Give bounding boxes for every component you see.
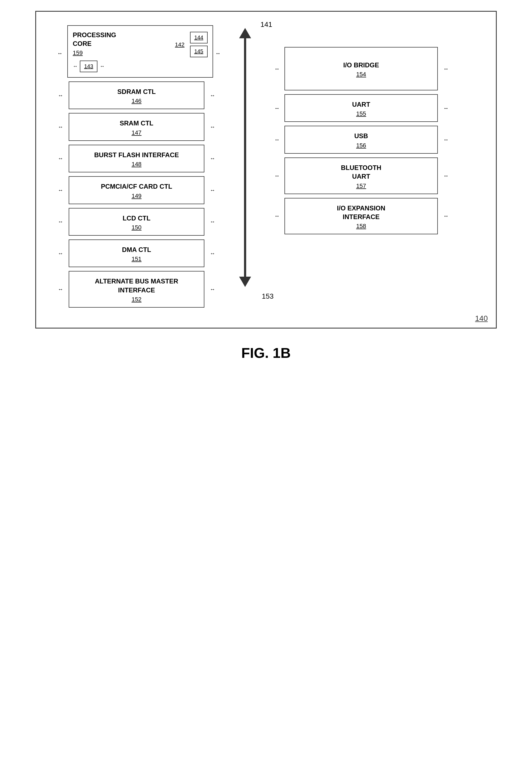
io-exp-right-arrow: ↔	[438, 213, 454, 219]
usb-right-arrow: ↔	[438, 136, 454, 143]
dma-ctl-name: DMA CTL	[73, 245, 200, 254]
sram-right-arrow: ↔	[205, 124, 221, 130]
pcmcia-row: ↔ PCMCIA/CF CARD CTL 149 ↔	[52, 176, 221, 204]
sram-ctl-ref: 147	[73, 129, 200, 136]
bluetooth-ref: 157	[289, 183, 433, 189]
alt-bus-name: ALTERNATE BUS MASTERINTERFACE	[73, 277, 200, 294]
burst-right-arrow: ↔	[205, 155, 221, 161]
io-bridge-ref: 154	[289, 71, 433, 78]
alt-bus-ref: 152	[73, 296, 200, 303]
io-bridge-box: I/O BRIDGE 154	[284, 47, 438, 90]
right-column: ↔ I/O BRIDGE 154 ↔ ↔ UART 155 ↔ ↔ USB	[270, 25, 454, 311]
pcmcia-box: PCMCIA/CF CARD CTL 149	[69, 176, 205, 204]
sdram-ctl-row: ↔ SDRAM CTL 146 ↔	[52, 82, 221, 109]
uart-row: ↔ UART 155 ↔	[270, 94, 454, 122]
altbus-right-arrow: ↔	[205, 286, 221, 292]
pcmcia-right-arrow: ↔	[205, 187, 221, 193]
bus-label-153: 153	[262, 292, 274, 301]
box-145: 145	[190, 45, 208, 57]
dma-ctl-ref: 151	[73, 255, 200, 262]
dma-left-arrow: ↔	[52, 250, 69, 257]
lcd-ctl-ref: 150	[73, 224, 200, 231]
altbus-left-arrow: ↔	[52, 286, 69, 292]
proc-left-ext-arrow: ↔	[52, 50, 67, 57]
uart-left-arrow: ↔	[270, 105, 284, 111]
full-layout: ↔ PROCESSINGCORE 159 142 144 145	[52, 25, 480, 311]
io-bridge-left-arrow: ↔	[270, 66, 284, 72]
usb-left-arrow: ↔	[270, 136, 284, 143]
sram-ctl-row: ↔ SRAM CTL 147 ↔	[52, 113, 221, 140]
bt-left-arrow: ↔	[270, 173, 284, 179]
lcd-ctl-row: ↔ LCD CTL 150 ↔	[52, 208, 221, 236]
proc-core-title: PROCESSINGCORE	[73, 31, 116, 48]
proc-inner-left-arrow: ↔	[73, 64, 77, 69]
proc-inner-right-arrow: ↔	[100, 64, 104, 69]
bt-right-arrow: ↔	[438, 173, 454, 179]
dma-right-arrow: ↔	[205, 250, 221, 257]
figure-label: FIG. 1B	[241, 345, 291, 361]
io-exp-left-arrow: ↔	[270, 213, 284, 219]
proc-right-arrow-icon: ↔	[215, 50, 221, 56]
io-expansion-box: I/O EXPANSIONINTERFACE 158	[284, 198, 438, 234]
alt-bus-row: ↔ ALTERNATE BUS MASTERINTERFACE 152 ↔	[52, 271, 221, 308]
uart-right-arrow: ↔	[438, 105, 454, 111]
io-expansion-name: I/O EXPANSIONINTERFACE	[289, 204, 433, 222]
bus-column: 141 153	[221, 25, 270, 311]
proc-core-ref: 159	[73, 50, 116, 57]
proc-left-arrow-icon: ↔	[57, 50, 63, 56]
vertical-bus	[239, 28, 251, 287]
box-143: 143	[80, 61, 97, 72]
sram-left-arrow: ↔	[52, 124, 69, 130]
pcmcia-name: PCMCIA/CF CARD CTL	[73, 182, 200, 191]
alt-bus-box: ALTERNATE BUS MASTERINTERFACE 152	[69, 271, 205, 308]
sram-ctl-box: SRAM CTL 147	[69, 113, 205, 140]
burst-flash-ref: 148	[73, 161, 200, 168]
label-142: 142	[175, 41, 185, 48]
diagram-container: ↔ PROCESSINGCORE 159 142 144 145	[35, 11, 497, 328]
uart-name: UART	[289, 100, 433, 109]
sram-ctl-name: SRAM CTL	[73, 119, 200, 128]
burst-flash-name: BURST FLASH INTERFACE	[73, 151, 200, 159]
usb-row: ↔ USB 156 ↔	[270, 126, 454, 153]
bluetooth-box: BLUETOOTHUART 157	[284, 157, 438, 194]
dma-ctl-box: DMA CTL 151	[69, 240, 205, 267]
lcd-ctl-box: LCD CTL 150	[69, 208, 205, 236]
lcd-right-arrow: ↔	[205, 219, 221, 225]
pcmcia-ref: 149	[73, 192, 200, 199]
sdram-ctl-name: SDRAM CTL	[73, 87, 200, 96]
sdram-right-arrow: ↔	[205, 92, 221, 99]
bus-arrow-up-icon	[239, 28, 251, 38]
io-expansion-ref: 158	[289, 223, 433, 230]
lcd-ctl-name: LCD CTL	[73, 214, 200, 223]
bus-shaft	[244, 38, 246, 277]
uart-box: UART 155	[284, 94, 438, 122]
burst-left-arrow: ↔	[52, 155, 69, 161]
usb-box: USB 156	[284, 126, 438, 153]
io-bridge-name: I/O BRIDGE	[289, 61, 433, 69]
pcmcia-left-arrow: ↔	[52, 187, 69, 193]
bus-arrow-down-icon	[239, 277, 251, 287]
sdram-left-arrow: ↔	[52, 92, 69, 99]
processing-core-box: PROCESSINGCORE 159 142 144 145	[67, 25, 213, 77]
io-bridge-right-arrow: ↔	[438, 66, 454, 72]
uart-ref: 155	[289, 110, 433, 117]
lcd-left-arrow: ↔	[52, 219, 69, 225]
io-expansion-row: ↔ I/O EXPANSIONINTERFACE 158 ↔	[270, 198, 454, 234]
io-bridge-row: ↔ I/O BRIDGE 154 ↔	[270, 47, 454, 90]
proc-right-ext-arrow: ↔	[215, 50, 221, 57]
sdram-ctl-ref: 146	[73, 97, 200, 104]
dma-ctl-row: ↔ DMA CTL 151 ↔	[52, 240, 221, 267]
usb-name: USB	[289, 132, 433, 140]
box-144: 144	[190, 32, 208, 43]
bus-label-141: 141	[260, 20, 272, 29]
burst-flash-box: BURST FLASH INTERFACE 148	[69, 145, 205, 173]
bluetooth-name: BLUETOOTHUART	[289, 163, 433, 181]
left-column: ↔ PROCESSINGCORE 159 142 144 145	[52, 25, 221, 311]
bluetooth-row: ↔ BLUETOOTHUART 157 ↔	[270, 157, 454, 194]
sdram-ctl-box: SDRAM CTL 146	[69, 82, 205, 109]
diagram-ref-label: 140	[475, 314, 488, 323]
usb-ref: 156	[289, 142, 433, 149]
processing-core-row: ↔ PROCESSINGCORE 159 142 144 145	[52, 25, 221, 82]
burst-flash-row: ↔ BURST FLASH INTERFACE 148 ↔	[52, 145, 221, 173]
